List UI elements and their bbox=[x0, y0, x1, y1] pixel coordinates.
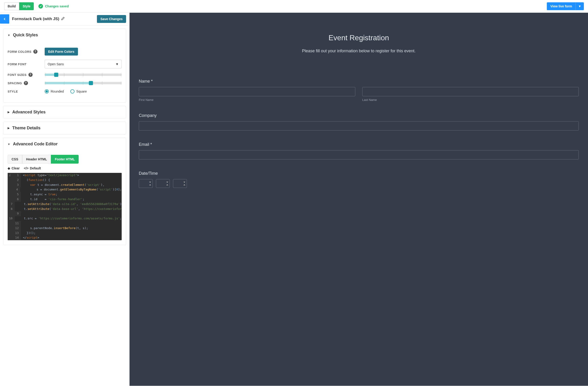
radio-icon bbox=[70, 89, 74, 93]
form-preview: Event Registration Please fill out your … bbox=[129, 13, 588, 386]
name-label: Name * bbox=[139, 79, 579, 84]
spacing-slider[interactable] bbox=[45, 82, 122, 84]
last-name-input[interactable] bbox=[362, 87, 579, 96]
default-button[interactable]: </> Default bbox=[24, 166, 41, 170]
view-live-dropdown[interactable]: ▼ bbox=[575, 2, 584, 10]
topbar: Build Style ✓ Changes saved View live fo… bbox=[0, 0, 588, 13]
email-label: Email * bbox=[139, 142, 579, 147]
quick-styles-panel: ▼ Quick Styles FORM COLORS ? Edit Form C… bbox=[3, 29, 126, 103]
chevron-left-icon bbox=[2, 17, 7, 21]
tab-header-html[interactable]: Header HTML bbox=[22, 155, 51, 164]
tab-css[interactable]: CSS bbox=[8, 155, 22, 164]
help-icon[interactable]: ? bbox=[28, 73, 33, 77]
date-select-2[interactable] bbox=[156, 179, 170, 188]
advanced-styles-title: Advanced Styles bbox=[12, 110, 45, 115]
company-label: Company bbox=[139, 113, 579, 118]
form-colors-label: FORM COLORS ? bbox=[8, 49, 45, 54]
caret-right-icon: ▶ bbox=[8, 111, 9, 114]
clear-button[interactable]: ◆ Clear bbox=[8, 166, 20, 170]
date-select-3[interactable] bbox=[173, 179, 187, 188]
spacing-label: SPACING ? bbox=[8, 81, 45, 85]
caret-down-icon: ▼ bbox=[8, 143, 10, 146]
slider-thumb[interactable] bbox=[54, 73, 58, 77]
form-font-select[interactable]: Open Sans ▼ bbox=[45, 60, 122, 68]
quick-styles-header[interactable]: ▼ Quick Styles bbox=[3, 29, 126, 41]
help-icon[interactable]: ? bbox=[33, 49, 38, 54]
form-font-value: Open Sans bbox=[48, 62, 64, 66]
datetime-label: Date/Time bbox=[139, 171, 579, 176]
view-live-group: View live form ▼ bbox=[547, 2, 584, 10]
form-font-label: FORM FONT bbox=[8, 63, 45, 66]
tab-footer-html[interactable]: Footer HTML bbox=[51, 155, 79, 164]
check-icon: ✓ bbox=[38, 4, 43, 9]
email-input[interactable] bbox=[139, 150, 579, 159]
date-select-1[interactable] bbox=[139, 179, 153, 188]
slider-thumb[interactable] bbox=[89, 81, 93, 85]
advanced-styles-panel: ▶ Advanced Styles bbox=[3, 106, 126, 118]
theme-name-text: Formstack Dark (with JS) bbox=[12, 17, 59, 21]
last-name-sublabel: Last Name bbox=[362, 98, 579, 102]
left-header: Formstack Dark (with JS) Save Changes bbox=[0, 13, 129, 25]
first-name-sublabel: First Name bbox=[139, 98, 355, 102]
code-editor[interactable]: i1<script type="text/javascript"> 2 (fun… bbox=[8, 173, 122, 240]
caret-down-icon: ▼ bbox=[8, 34, 10, 37]
build-tab[interactable]: Build bbox=[4, 2, 19, 10]
style-label: STYLE bbox=[8, 90, 45, 93]
code-icon: </> bbox=[24, 166, 28, 170]
back-button[interactable] bbox=[0, 14, 9, 24]
first-name-input[interactable] bbox=[139, 87, 355, 96]
code-editor-title: Advanced Code Editor bbox=[13, 142, 58, 147]
theme-details-header[interactable]: ▶ Theme Details bbox=[3, 122, 126, 134]
theme-name-row: Formstack Dark (with JS) bbox=[12, 17, 94, 21]
changes-saved-badge: ✓ Changes saved bbox=[38, 4, 69, 9]
caret-right-icon: ▶ bbox=[8, 127, 9, 129]
preview-subtitle: Please fill out your information below t… bbox=[139, 49, 579, 53]
preview-title: Event Registration bbox=[139, 34, 579, 42]
company-input[interactable] bbox=[139, 121, 579, 130]
chevron-down-icon: ▼ bbox=[115, 62, 119, 66]
edit-icon[interactable] bbox=[61, 17, 65, 21]
rounded-label: Rounded bbox=[51, 89, 64, 93]
code-tabs: CSS Header HTML Footer HTML bbox=[8, 155, 122, 164]
theme-details-panel: ▶ Theme Details bbox=[3, 122, 126, 134]
font-sizes-slider[interactable] bbox=[45, 74, 122, 76]
square-label: Square bbox=[76, 89, 87, 93]
view-live-button[interactable]: View live form bbox=[547, 2, 575, 10]
square-radio[interactable]: Square bbox=[70, 89, 87, 93]
style-tab[interactable]: Style bbox=[19, 2, 34, 10]
rounded-radio[interactable]: Rounded bbox=[45, 89, 64, 93]
help-icon[interactable]: ? bbox=[24, 81, 28, 85]
theme-details-title: Theme Details bbox=[12, 126, 41, 130]
code-editor-panel: ▼ Advanced Code Editor CSS Header HTML F… bbox=[3, 138, 126, 245]
build-style-toggle: Build Style bbox=[4, 2, 34, 10]
edit-form-colors-button[interactable]: Edit Form Colors bbox=[45, 48, 78, 56]
changes-saved-text: Changes saved bbox=[45, 4, 69, 8]
code-editor-header[interactable]: ▼ Advanced Code Editor bbox=[3, 138, 126, 150]
advanced-styles-header[interactable]: ▶ Advanced Styles bbox=[3, 106, 126, 118]
left-panel: Formstack Dark (with JS) Save Changes ▼ … bbox=[0, 13, 129, 386]
font-sizes-label: FONT SIZES ? bbox=[8, 73, 45, 77]
quick-styles-title: Quick Styles bbox=[13, 33, 38, 38]
radio-icon bbox=[45, 89, 49, 93]
diamond-icon: ◆ bbox=[8, 166, 10, 170]
save-changes-button[interactable]: Save Changes bbox=[97, 15, 126, 23]
